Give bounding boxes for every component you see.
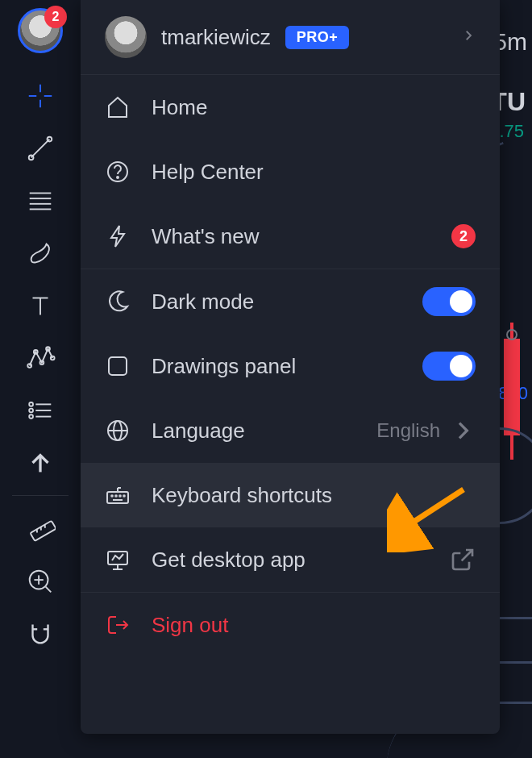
- menu-item-label: What's new: [152, 224, 430, 249]
- drawings-panel-toggle[interactable]: [422, 352, 476, 381]
- user-menu-panel: tmarkiewicz PRO+ Home Help Center What's…: [81, 0, 500, 734]
- magnet-tool[interactable]: [16, 607, 64, 660]
- chart-candle: [504, 339, 520, 435]
- help-icon: [105, 159, 131, 185]
- whats-new-badge: 2: [451, 224, 476, 248]
- panel-icon: [105, 353, 131, 379]
- svg-line-4: [31, 139, 50, 157]
- svg-point-46: [115, 495, 117, 497]
- menu-item-home[interactable]: Home: [81, 75, 500, 140]
- dark-mode-toggle[interactable]: [422, 287, 476, 316]
- menu-item-label: Get desktop app: [152, 548, 429, 573]
- user-avatar: [105, 16, 147, 58]
- toolbar-divider: [12, 495, 69, 496]
- text-tool[interactable]: [16, 279, 64, 331]
- pattern-tool[interactable]: [16, 331, 64, 384]
- globe-icon: [105, 418, 131, 444]
- keyboard-icon: [105, 482, 131, 508]
- price-fragment: .75: [499, 121, 524, 142]
- svg-point-20: [29, 408, 33, 412]
- chart-marker: [506, 329, 517, 340]
- user-menu-header[interactable]: tmarkiewicz PRO+: [81, 0, 500, 74]
- svg-point-18: [29, 402, 33, 406]
- menu-item-language[interactable]: Language English: [81, 398, 500, 463]
- svg-point-22: [29, 414, 33, 419]
- left-toolbar: 2: [0, 0, 81, 758]
- svg-marker-37: [111, 226, 124, 247]
- svg-point-48: [123, 495, 125, 497]
- menu-item-drawings-panel[interactable]: Drawings panel: [81, 334, 500, 398]
- trend-line-tool[interactable]: [16, 122, 64, 174]
- username-label: tmarkiewicz: [161, 25, 271, 50]
- ruler-tool[interactable]: [16, 502, 64, 555]
- home-icon: [105, 94, 131, 120]
- moon-icon: [105, 289, 131, 314]
- menu-item-get-desktop-app[interactable]: Get desktop app: [81, 527, 500, 592]
- menu-item-dark-mode[interactable]: Dark mode: [81, 269, 500, 334]
- forecast-tool[interactable]: [16, 384, 64, 436]
- menu-item-whats-new[interactable]: What's new 2: [81, 204, 500, 269]
- menu-item-label: Home: [152, 95, 476, 120]
- chevron-right-icon: [450, 418, 476, 444]
- svg-point-45: [111, 495, 113, 497]
- menu-item-label: Keyboard shortcuts: [152, 483, 476, 508]
- svg-line-30: [46, 586, 52, 592]
- user-avatar-button[interactable]: 2: [18, 8, 63, 53]
- language-value: English: [376, 419, 440, 442]
- menu-item-sign-out[interactable]: Sign out: [81, 593, 500, 657]
- svg-rect-25: [31, 520, 56, 540]
- menu-item-help-center[interactable]: Help Center: [81, 140, 500, 204]
- menu-item-label: Sign out: [152, 613, 476, 638]
- lightning-icon: [105, 223, 131, 249]
- external-link-icon: [450, 547, 476, 573]
- menu-item-label: Language: [152, 419, 355, 444]
- menu-item-label: Dark mode: [152, 289, 401, 314]
- arrow-up-tool[interactable]: [16, 436, 64, 489]
- brush-tool[interactable]: [16, 227, 64, 279]
- svg-rect-42: [107, 492, 128, 503]
- crosshair-tool[interactable]: [16, 69, 64, 122]
- plan-badge: PRO+: [285, 26, 350, 49]
- chevron-right-icon: [461, 28, 476, 46]
- menu-item-label: Help Center: [152, 160, 476, 185]
- monitor-icon: [105, 547, 131, 573]
- notification-badge: 2: [44, 6, 67, 28]
- svg-point-47: [119, 495, 121, 497]
- svg-point-36: [117, 177, 118, 178]
- menu-item-label: Drawings panel: [152, 354, 401, 379]
- fib-tool[interactable]: [16, 174, 64, 227]
- zoom-tool[interactable]: [16, 555, 64, 607]
- svg-line-53: [462, 550, 472, 560]
- menu-item-keyboard-shortcuts[interactable]: Keyboard shortcuts: [81, 463, 500, 527]
- svg-rect-38: [109, 357, 127, 375]
- sign-out-icon: [105, 612, 131, 638]
